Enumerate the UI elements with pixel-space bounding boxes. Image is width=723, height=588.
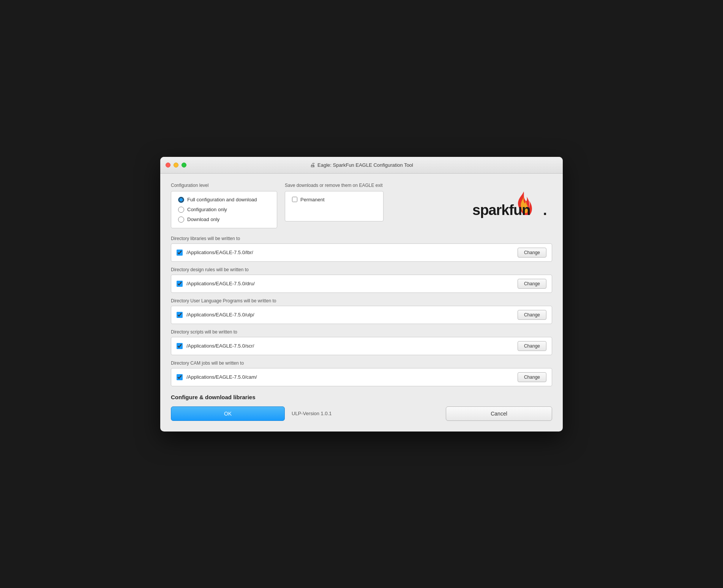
config-level-box: Full configuration and download Configur… bbox=[171, 191, 277, 228]
save-downloads-label: Save downloads or remove them on EAGLE e… bbox=[285, 183, 384, 188]
dir-row-4: /Applications/EAGLE-7.5.0/cam/ Change bbox=[171, 368, 552, 386]
dir-checkbox-3[interactable] bbox=[177, 343, 183, 349]
radio-full[interactable]: Full configuration and download bbox=[178, 197, 270, 203]
dir-label-3: Directory scripts will be written to bbox=[171, 329, 552, 335]
svg-text:.: . bbox=[543, 202, 547, 218]
main-content: Configuration level Full configuration a… bbox=[160, 174, 563, 432]
change-button-1[interactable]: Change bbox=[518, 279, 546, 289]
main-window: 🖨 Eagle: SparkFun EAGLE Configuration To… bbox=[160, 157, 563, 432]
directory-section-4: Directory CAM jobs will be written to /A… bbox=[171, 360, 552, 386]
titlebar: 🖨 Eagle: SparkFun EAGLE Configuration To… bbox=[160, 157, 563, 174]
dir-checkbox-0[interactable] bbox=[177, 250, 183, 256]
maximize-button[interactable] bbox=[182, 163, 186, 168]
ok-button[interactable]: OK bbox=[171, 406, 285, 421]
dir-label-0: Directory libraries will be written to bbox=[171, 236, 552, 241]
dir-label-4: Directory CAM jobs will be written to bbox=[171, 360, 552, 366]
radio-config-only[interactable]: Configuration only bbox=[178, 207, 270, 213]
config-level-label: Configuration level bbox=[171, 183, 277, 188]
radio-full-input[interactable] bbox=[178, 197, 184, 203]
dir-path-3: /Applications/EAGLE-7.5.0/scr/ bbox=[186, 343, 514, 349]
dir-path-2: /Applications/EAGLE-7.5.0/ulp/ bbox=[186, 312, 514, 318]
top-row: Configuration level Full configuration a… bbox=[171, 183, 552, 228]
dir-row-2: /Applications/EAGLE-7.5.0/ulp/ Change bbox=[171, 306, 552, 324]
config-level-section: Configuration level Full configuration a… bbox=[171, 183, 277, 228]
minimize-button[interactable] bbox=[174, 163, 178, 168]
directories-container: Directory libraries will be written to /… bbox=[171, 236, 552, 386]
directory-section-0: Directory libraries will be written to /… bbox=[171, 236, 552, 262]
radio-full-label: Full configuration and download bbox=[187, 197, 257, 202]
radio-download-only-label: Download only bbox=[187, 217, 219, 222]
dir-path-4: /Applications/EAGLE-7.5.0/cam/ bbox=[186, 374, 514, 380]
save-downloads-section: Save downloads or remove them on EAGLE e… bbox=[285, 183, 384, 228]
dir-label-1: Directory design rules will be written t… bbox=[171, 267, 552, 272]
logo-section: sparkfun . bbox=[391, 183, 552, 228]
dir-checkbox-4[interactable] bbox=[177, 374, 183, 380]
sparkfun-svg: sparkfun . bbox=[472, 187, 548, 224]
permanent-checkbox[interactable] bbox=[292, 197, 297, 202]
traffic-lights bbox=[166, 163, 186, 168]
change-button-0[interactable]: Change bbox=[518, 248, 546, 258]
directory-section-1: Directory design rules will be written t… bbox=[171, 267, 552, 293]
save-downloads-box: Permanent bbox=[285, 191, 384, 221]
radio-config-only-label: Configuration only bbox=[187, 207, 227, 212]
dir-row-1: /Applications/EAGLE-7.5.0/dru/ Change bbox=[171, 275, 552, 293]
radio-config-only-input[interactable] bbox=[178, 207, 184, 213]
cancel-button[interactable]: Cancel bbox=[446, 406, 552, 421]
sparkfun-logo: sparkfun . bbox=[472, 187, 548, 224]
dir-checkbox-1[interactable] bbox=[177, 281, 183, 287]
version-text: ULP-Version 1.0.1 bbox=[292, 411, 439, 416]
configure-label: Configure & download libraries bbox=[171, 394, 552, 400]
dir-row-0: /Applications/EAGLE-7.5.0/lbr/ Change bbox=[171, 243, 552, 262]
radio-download-only-input[interactable] bbox=[178, 217, 184, 223]
dir-label-2: Directory User Language Programs will be… bbox=[171, 298, 552, 303]
window-title: 🖨 Eagle: SparkFun EAGLE Configuration To… bbox=[310, 162, 413, 168]
change-button-2[interactable]: Change bbox=[518, 310, 546, 320]
dir-path-1: /Applications/EAGLE-7.5.0/dru/ bbox=[186, 281, 514, 286]
dir-checkbox-2[interactable] bbox=[177, 312, 183, 318]
dir-path-0: /Applications/EAGLE-7.5.0/lbr/ bbox=[186, 250, 514, 255]
permanent-label: Permanent bbox=[300, 197, 325, 202]
dir-row-3: /Applications/EAGLE-7.5.0/scr/ Change bbox=[171, 337, 552, 355]
bottom-row: OK ULP-Version 1.0.1 Cancel bbox=[171, 406, 552, 421]
svg-text:sparkfun: sparkfun bbox=[472, 202, 530, 218]
permanent-checkbox-item[interactable]: Permanent bbox=[292, 197, 325, 202]
change-button-3[interactable]: Change bbox=[518, 341, 546, 351]
directory-section-3: Directory scripts will be written to /Ap… bbox=[171, 329, 552, 355]
close-button[interactable] bbox=[166, 163, 170, 168]
app-icon: 🖨 bbox=[310, 162, 315, 168]
change-button-4[interactable]: Change bbox=[518, 372, 546, 382]
radio-download-only[interactable]: Download only bbox=[178, 217, 270, 223]
directory-section-2: Directory User Language Programs will be… bbox=[171, 298, 552, 324]
radio-group: Full configuration and download Configur… bbox=[178, 197, 270, 223]
